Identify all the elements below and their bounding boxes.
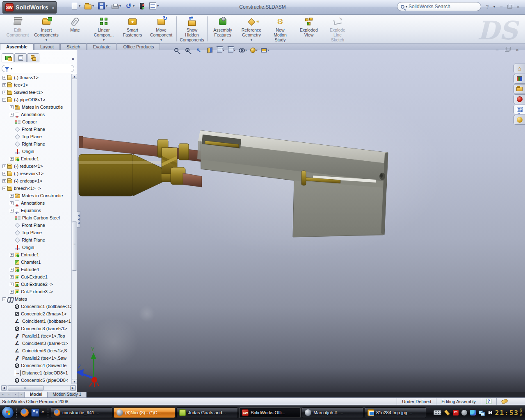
close-button[interactable]: × <box>514 4 522 10</box>
prev-tab-arrow[interactable]: ‹ <box>6 392 12 397</box>
quick-launch-switcher-icon[interactable] <box>31 409 39 417</box>
tree-item[interactable]: Plain Carbon Steel <box>1 214 71 221</box>
tree-vertical-scrollbar[interactable]: ▲ ▼ <box>71 74 77 384</box>
tree-item[interactable]: Copper <box>1 118 71 126</box>
taskbar-button-marcotjuh[interactable]: Marcotjuh #. ... <box>302 407 363 418</box>
tree-item[interactable]: Right Plane <box>1 236 71 244</box>
tree-item[interactable]: +Extrude1 <box>1 155 71 162</box>
custom-palette-tab[interactable] <box>514 105 525 114</box>
assembly-features-button[interactable]: Assembly Features ▾ <box>208 15 237 43</box>
previous-view-button[interactable]: ↖ <box>194 46 203 54</box>
tree-item[interactable]: +(-) 3mas<1> <box>1 74 71 81</box>
tree-item[interactable]: Top Plane <box>1 133 71 140</box>
tree-item[interactable]: +Sawed tee<1> <box>1 89 71 96</box>
tree-item[interactable]: Concentric1 (boltbase<1> <box>1 303 71 310</box>
taskbar-button-image[interactable]: 81u284.tmp.jpg ... <box>365 407 426 418</box>
tree-item[interactable]: +(-) reducer<1> <box>1 162 71 170</box>
expand-icon[interactable]: + <box>10 290 14 294</box>
display-style-button[interactable]: ▾ <box>228 46 236 54</box>
tree-item[interactable]: −Mates <box>1 295 71 303</box>
new-motion-study-button[interactable]: ⚙ New Motion Study <box>266 15 294 43</box>
move-component-button[interactable]: Move Component ▾ <box>147 15 176 43</box>
tree-item[interactable]: −breech<1> -> <box>1 185 71 192</box>
volume-icon[interactable] <box>487 411 492 415</box>
tree-item[interactable]: +Extrude1 <box>1 251 71 258</box>
explode-line-sketch-button[interactable]: Explode Line Sketch <box>323 15 352 43</box>
appearances-button[interactable]: ▾ <box>250 46 258 54</box>
tab-assemble[interactable]: Assemble <box>0 43 34 50</box>
tree-horizontal-scrollbar[interactable]: ◀ ▶ <box>1 385 76 391</box>
tree-item[interactable]: Coincident3 (barrel<1> <box>1 340 71 347</box>
tree-item[interactable]: Front Plane <box>1 221 71 229</box>
tree-item[interactable]: Concentric5 (pipeOD8< <box>1 377 71 384</box>
tab-sketch[interactable]: Sketch <box>60 43 87 50</box>
tree-item[interactable]: +Cut-Extrude2 -> <box>1 281 71 288</box>
doc-close-button[interactable]: × <box>514 47 521 53</box>
expand-icon[interactable]: + <box>10 201 14 205</box>
doc-minimize-button[interactable]: − <box>493 47 501 53</box>
pen-tablet-icon[interactable] <box>444 409 450 415</box>
taskbar-button-nico[interactable]: (8)Nico(8) - (*)C... <box>114 407 175 418</box>
expand-icon[interactable]: + <box>10 157 14 161</box>
smart-fasteners-button[interactable]: ★ Smart Fasteners <box>118 15 147 43</box>
restore-button[interactable] <box>507 5 512 9</box>
search-scope-chevron-icon[interactable]: ▾ <box>406 5 407 9</box>
search-results-tab[interactable] <box>514 94 525 104</box>
messenger-tray-icon[interactable] <box>470 410 476 415</box>
scrollbar-thumb[interactable] <box>8 386 44 390</box>
tree-filter-box[interactable]: ▾ <box>2 65 74 72</box>
expand-icon[interactable]: + <box>2 76 6 80</box>
show-hidden-components-button[interactable]: Show Hidden Components <box>178 15 206 43</box>
tree-item[interactable]: Coincident1 (boltbase<1> <box>1 317 71 325</box>
taskbar-button-constructie[interactable]: constructie_941.... <box>51 407 112 418</box>
collapse-icon[interactable]: − <box>2 297 6 301</box>
expand-icon[interactable]: + <box>2 172 6 176</box>
tab-scroll-buttons[interactable]: « ‹ › » <box>0 392 25 397</box>
expand-icon[interactable]: + <box>2 91 6 94</box>
expand-icon[interactable]: + <box>2 179 6 183</box>
design-library-tab[interactable] <box>514 74 525 84</box>
tab-office-products[interactable]: Office Products <box>117 43 160 50</box>
tree-item[interactable]: +Extrude4 <box>1 266 71 273</box>
tree-item[interactable]: Right Plane <box>1 140 71 148</box>
quick-launch-overflow-chevron[interactable]: » <box>41 409 44 414</box>
exploded-view-button[interactable]: Exploded View <box>294 15 323 43</box>
help-button[interactable]: ? <box>484 4 491 10</box>
tree-item[interactable]: Concentric4 (Sawed te <box>1 362 71 369</box>
property-manager-tab[interactable] <box>14 53 27 62</box>
chevron-down-icon[interactable]: ▾ <box>103 38 105 42</box>
expand-icon[interactable]: + <box>10 113 14 116</box>
graphics-viewport[interactable]: Y Z <box>77 50 525 392</box>
insert-components-button[interactable]: Insert Components ▾ <box>32 15 61 43</box>
configuration-manager-tab[interactable] <box>27 53 39 62</box>
tree-item[interactable]: +tee<1> <box>1 81 71 89</box>
audio-device-icon[interactable] <box>461 410 467 415</box>
start-button[interactable] <box>2 406 14 419</box>
collapse-icon[interactable]: − <box>2 187 6 190</box>
tree-item[interactable]: Parallel2 (tee<1>,Saw <box>1 354 71 362</box>
ati-icon[interactable]: ATI <box>453 410 459 415</box>
chevron-down-icon[interactable]: ▾ <box>160 38 162 42</box>
scene-button[interactable]: ▾ <box>261 46 269 54</box>
expand-icon[interactable]: + <box>10 209 14 212</box>
next-tab-arrow[interactable]: › <box>12 392 18 397</box>
panel-splitter[interactable] <box>77 211 80 228</box>
expand-icon[interactable]: + <box>10 194 14 198</box>
expand-icon[interactable]: + <box>10 253 14 257</box>
scrollbar-thumb[interactable] <box>72 221 77 271</box>
assembly-3d-model[interactable]: Y Z <box>77 50 525 392</box>
view-orientation-button[interactable]: ▾ <box>217 46 225 54</box>
tree-item[interactable]: +Cut-Extrude3 -> <box>1 288 71 295</box>
taskbar-button-solidworks[interactable]: SW SolidWorks Offi... <box>239 407 301 418</box>
doc-restore-button[interactable] <box>505 48 509 52</box>
tree-item[interactable]: Concentric3 (barrel<1> <box>1 325 71 332</box>
tree-item[interactable]: Concentric2 (3mas<1> <box>1 310 71 317</box>
tree-item[interactable]: +Cut-Extrude1 <box>1 273 71 281</box>
tree-item[interactable]: +Annotations <box>1 199 71 207</box>
edit-component-button[interactable]: Edit Component <box>3 15 32 43</box>
chevron-down-icon[interactable]: ▾ <box>11 67 12 71</box>
tree-item[interactable]: Front Plane <box>1 126 71 133</box>
tab-layout[interactable]: Layout <box>34 43 60 50</box>
last-tab-arrow[interactable]: » <box>18 392 25 397</box>
tree-item[interactable]: +Equations <box>1 207 71 214</box>
